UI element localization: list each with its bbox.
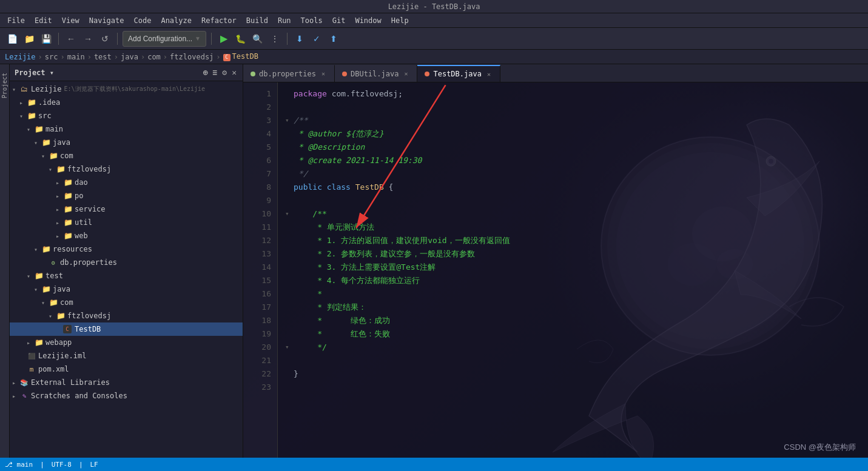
tree-label-com-test: com — [60, 298, 73, 307]
tree-item-test[interactable]: ▾ 📁 test — [10, 269, 243, 282]
tab-close-dbprops[interactable]: ✕ — [320, 70, 327, 78]
collapse-icon[interactable]: ≡ — [212, 67, 219, 78]
breadcrumb-lezijie[interactable]: Lezijie — [5, 53, 36, 61]
coverage-button[interactable]: 🔍 — [251, 32, 265, 46]
breadcrumb-main[interactable]: main — [67, 53, 85, 61]
tree-item-lezijie[interactable]: ▾ 🗂 Lezijie E:\浏览器下载资料\sakurashop-main\L… — [10, 82, 243, 96]
tree-item-pom[interactable]: m pom.xml — [10, 362, 243, 376]
tree-item-web[interactable]: ▸ 📁 web — [10, 229, 243, 242]
breadcrumb-testdb[interactable]: CTestDB — [223, 52, 258, 61]
more-run-button[interactable]: ⋮ — [267, 32, 282, 46]
open-button[interactable]: 📁 — [22, 32, 36, 46]
tree-label-main: main — [45, 125, 63, 133]
folder-icon-ftzlovedsj: 📁 — [56, 164, 66, 174]
menu-edit[interactable]: Edit — [30, 15, 57, 26]
ext-libs-icon: 📚 — [19, 378, 29, 387]
line-num-9: 9 — [251, 194, 271, 207]
git-push-button[interactable]: ⬆ — [326, 32, 341, 46]
tree-item-dao[interactable]: ▸ 📁 dao — [10, 176, 243, 189]
tree-arrow-ext-libs: ▸ — [12, 379, 19, 386]
tab-dbprops[interactable]: db.properties ✕ — [243, 65, 335, 82]
tree-item-resources[interactable]: ▾ 📁 resources — [10, 242, 243, 256]
breadcrumb-ftzlovedsj[interactable]: ftzlovedsj — [170, 53, 214, 61]
menu-tools[interactable]: Tools — [296, 15, 328, 26]
scope-icon[interactable]: ⊕ — [202, 67, 209, 78]
menu-view[interactable]: View — [57, 15, 84, 26]
tab-bar: db.properties ✕ DBUtil.java ✕ TestDB.jav… — [243, 64, 868, 82]
line-num-18: 18 — [251, 314, 271, 327]
tree-item-po[interactable]: ▸ 📁 po — [10, 189, 243, 202]
save-button[interactable]: 💾 — [39, 32, 53, 46]
folder-icon-test: 📁 — [34, 271, 44, 281]
tree-item-testdb[interactable]: C TestDB — [10, 322, 243, 336]
refresh-button[interactable]: ↺ — [98, 32, 112, 46]
line-num-21: 21 — [251, 354, 271, 367]
redo-button[interactable]: → — [81, 32, 95, 46]
tree-item-dbprops[interactable]: ⚙ db.properties — [10, 256, 243, 269]
title-text: Lezijie - TestDB.java — [388, 2, 480, 11]
code-line-16: * — [285, 287, 861, 301]
project-tab[interactable]: Project — [0, 69, 9, 102]
tree-item-com[interactable]: ▾ 📁 com — [10, 149, 243, 162]
tab-close-dbutil[interactable]: ✕ — [402, 70, 409, 78]
settings-icon[interactable]: ⚙ — [221, 67, 228, 78]
tree-label-scratches: Scratches and Consoles — [31, 392, 127, 400]
git-update-button[interactable]: ⬇ — [292, 32, 307, 46]
menu-help[interactable]: Help — [386, 15, 414, 26]
tab-close-testdb[interactable]: ✕ — [485, 70, 493, 78]
undo-button[interactable]: ← — [64, 32, 78, 46]
menu-git[interactable]: Git — [328, 15, 351, 26]
tree-label-po: po — [75, 192, 83, 200]
menu-file[interactable]: File — [2, 15, 30, 26]
tree-arrow-main: ▾ — [27, 126, 34, 133]
breadcrumb-com[interactable]: com — [147, 53, 161, 61]
tree-item-ftzlovedsj-test[interactable]: ▾ 📁 ftzlovedsj — [10, 309, 243, 322]
tab-dot-testdb — [425, 72, 429, 76]
tree-item-service[interactable]: ▸ 📁 service — [10, 202, 243, 216]
menu-build[interactable]: Build — [241, 15, 273, 26]
menubar: File Edit View Navigate Code Analyze Ref… — [0, 13, 868, 28]
tree-item-ext-libs[interactable]: ▸ 📚 External Libraries — [10, 376, 243, 389]
debug-button[interactable]: 🐛 — [234, 32, 248, 46]
close-sidebar-icon[interactable]: ✕ — [230, 67, 238, 78]
menu-analyze[interactable]: Analyze — [156, 15, 197, 26]
tree-item-java-main[interactable]: ▾ 📁 java — [10, 136, 243, 149]
tree-arrow-java-main: ▾ — [34, 139, 41, 146]
menu-window[interactable]: Window — [350, 15, 386, 26]
code-text-10: /** — [294, 207, 861, 221]
tree-item-com-test[interactable]: ▾ 📁 com — [10, 296, 243, 309]
git-commit-button[interactable]: ✓ — [309, 32, 324, 46]
tree-item-idea[interactable]: ▸ 📁 .idea — [10, 96, 243, 109]
menu-refactor[interactable]: Refactor — [197, 15, 241, 26]
watermark: CSDN @夜色架构师 — [784, 442, 856, 453]
run-button[interactable]: ▶ — [217, 32, 231, 46]
menu-code[interactable]: Code — [129, 15, 156, 26]
scratches-icon: ✎ — [19, 391, 29, 401]
editor-content[interactable]: 1 2 3 4 5 6 7 8 9 10 11 12 13 14 15 16 1… — [243, 82, 868, 471]
tree-label-webapp: webapp — [45, 338, 72, 347]
left-tabs: Project — [0, 64, 10, 471]
new-file-button[interactable]: 📄 — [5, 32, 19, 46]
tree-item-webapp[interactable]: ▸ 📁 webapp — [10, 336, 243, 349]
tree-arrow-util: ▸ — [56, 219, 63, 226]
tree-item-src[interactable]: ▾ 📁 src — [10, 109, 243, 122]
add-configuration-button[interactable]: Add Configuration... ▼ — [123, 31, 206, 47]
code-text-23 — [294, 381, 861, 394]
tab-dbutil[interactable]: DBUtil.java ✕ — [335, 65, 418, 82]
breadcrumb-java[interactable]: java — [121, 53, 138, 61]
code-area[interactable]: package com.ftzlovedsj; ▾ /** * @author … — [278, 82, 868, 471]
tab-label-dbutil: DBUtil.java — [351, 70, 399, 78]
tree-item-java-test[interactable]: ▾ 📁 java — [10, 282, 243, 296]
tree-item-ftzlovedsj[interactable]: ▾ 📁 ftzlovedsj — [10, 162, 243, 176]
menu-run[interactable]: Run — [273, 15, 296, 26]
sidebar: Project ▾ ⊕ ≡ ⚙ ✕ ▾ 🗂 Lezijie E:\浏览器下载资料… — [10, 64, 243, 471]
dropdown-arrow-icon: ▼ — [195, 35, 201, 42]
breadcrumb-src[interactable]: src — [45, 53, 58, 61]
tree-item-util[interactable]: ▸ 📁 util — [10, 216, 243, 229]
tree-item-scratches[interactable]: ▸ ✎ Scratches and Consoles — [10, 389, 243, 403]
menu-navigate[interactable]: Navigate — [84, 15, 129, 26]
tab-testdb[interactable]: TestDB.java ✕ — [417, 65, 500, 82]
breadcrumb-test[interactable]: test — [94, 53, 112, 61]
tree-item-lezijie-iml[interactable]: ⬛ Lezijie.iml — [10, 349, 243, 362]
tree-item-main[interactable]: ▾ 📁 main — [10, 122, 243, 136]
